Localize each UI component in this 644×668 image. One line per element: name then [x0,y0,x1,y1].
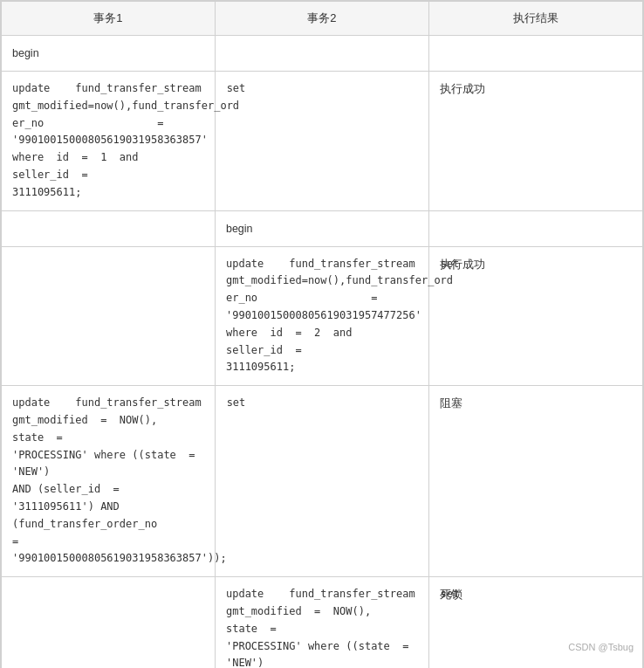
table-row: update fund_transfer_stream set gmt_modi… [2,72,643,211]
row1-col3 [428,36,642,72]
row6-col3: 死锁 [428,577,642,668]
table-row: update fund_transfer_stream set gmt_modi… [2,246,643,386]
table-row: update fund_transfer_stream set gmt_modi… [2,577,643,668]
row4-col3: 执行成功 [428,246,642,386]
watermark-label: CSDN @Tsbug [568,642,634,652]
header-result: 执行结果 [428,2,642,36]
table-row: begin [2,210,643,246]
header-transaction2: 事务2 [215,2,428,36]
row2-col1: update fund_transfer_stream set gmt_modi… [2,72,216,211]
row4-col2: update fund_transfer_stream set gmt_modi… [215,246,428,386]
row2-col2 [215,72,428,211]
row3-col2: begin [215,210,428,246]
table-row: begin [2,36,643,72]
row5-col3: 阻塞 [428,386,642,577]
row5-col1: update fund_transfer_stream set gmt_modi… [2,386,216,577]
row2-col3: 执行成功 [428,72,642,211]
header-transaction1: 事务1 [2,2,216,36]
row6-col2: update fund_transfer_stream set gmt_modi… [215,577,428,668]
row6-col1 [2,577,216,668]
row3-col1 [2,210,216,246]
row5-col2 [215,386,428,577]
row4-col1 [2,246,216,386]
row1-col2 [215,36,428,72]
table-row: update fund_transfer_stream set gmt_modi… [2,386,643,577]
row3-col3 [428,210,642,246]
row1-col1: begin [2,36,216,72]
